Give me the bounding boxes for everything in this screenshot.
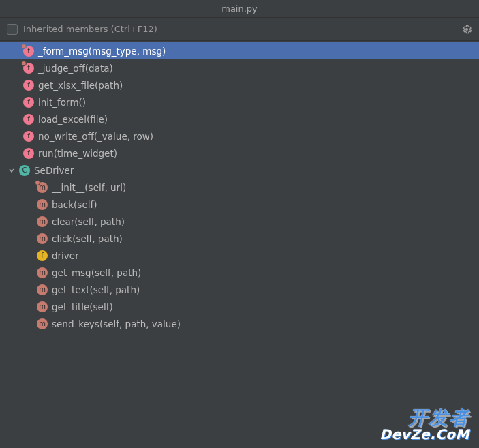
tree-item-label: get_title(self) — [52, 301, 113, 312]
chevron-down-icon[interactable] — [8, 167, 15, 174]
function-icon: f — [23, 46, 34, 57]
tree-row[interactable]: mget_text(self, path) — [0, 281, 479, 298]
tree-item-label: get_xlsx_file(path) — [38, 80, 123, 91]
tree-item-label: get_msg(self, path) — [52, 267, 141, 278]
tree-row[interactable]: fget_xlsx_file(path) — [0, 76, 479, 93]
inherited-checkbox[interactable] — [7, 24, 18, 35]
tree-item-label: init_form() — [38, 97, 86, 108]
tree-item-label: get_text(self, path) — [52, 284, 140, 295]
method-icon: m — [37, 284, 48, 295]
tree-row[interactable]: mget_title(self) — [0, 298, 479, 315]
method-icon: m — [37, 301, 48, 312]
tree-item-label: _form_msg(msg_type, msg) — [38, 46, 166, 57]
tree-row[interactable]: CSeDriver — [0, 162, 479, 179]
tree-row[interactable]: finit_form() — [0, 93, 479, 110]
tree-row[interactable]: f_judge_off(data) — [0, 59, 479, 76]
toolbar: Inherited members (Ctrl+F12) — [0, 18, 479, 41]
structure-tree: f_form_msg(msg_type, msg)f_judge_off(dat… — [0, 41, 479, 333]
field-icon: f — [37, 250, 48, 261]
tree-item-label: driver — [52, 250, 79, 261]
private-indicator-icon — [21, 61, 27, 66]
tree-item-label: back(self) — [52, 199, 97, 210]
tree-item-label: click(self, path) — [52, 233, 123, 244]
method-icon: m — [37, 267, 48, 278]
function-icon: f — [23, 63, 34, 74]
tree-row[interactable]: m__init__(self, url) — [0, 179, 479, 196]
tree-row[interactable]: fdriver — [0, 247, 479, 264]
watermark-en: DevZe.CoM — [380, 428, 469, 441]
class-icon: C — [19, 165, 30, 176]
method-icon: m — [37, 182, 48, 193]
tree-item-label: no_write_off(_value, row) — [38, 131, 153, 142]
tree-item-label: clear(self, path) — [52, 216, 125, 227]
tree-item-label: run(time_widget) — [38, 148, 117, 159]
tree-row[interactable]: mget_msg(self, path) — [0, 264, 479, 281]
watermark: 开发者 DevZe.CoM — [380, 408, 469, 441]
inherited-label: Inherited members (Ctrl+F12) — [23, 24, 157, 34]
method-icon: m — [37, 318, 48, 329]
tree-row[interactable]: mback(self) — [0, 196, 479, 213]
function-icon: f — [23, 97, 34, 108]
tree-item-label: send_keys(self, path, value) — [52, 318, 181, 329]
private-indicator-icon — [21, 44, 27, 49]
tree-row[interactable]: frun(time_widget) — [0, 145, 479, 162]
function-icon: f — [23, 80, 34, 91]
tree-row[interactable]: mclear(self, path) — [0, 213, 479, 230]
title-bar: main.py — [0, 0, 479, 18]
window-title: main.py — [221, 3, 258, 14]
tree-row[interactable]: f_form_msg(msg_type, msg) — [0, 42, 479, 59]
tree-item-label: _judge_off(data) — [38, 63, 113, 74]
tree-row[interactable]: mclick(self, path) — [0, 230, 479, 247]
tree-row[interactable]: msend_keys(self, path, value) — [0, 315, 479, 332]
tree-item-label: SeDriver — [34, 165, 74, 176]
method-icon: m — [37, 199, 48, 210]
method-icon: m — [37, 233, 48, 244]
function-icon: f — [23, 131, 34, 142]
function-icon: f — [23, 148, 34, 159]
private-indicator-icon — [35, 180, 40, 185]
tree-row[interactable]: fno_write_off(_value, row) — [0, 128, 479, 145]
function-icon: f — [23, 114, 34, 125]
tree-row[interactable]: fload_excel(file) — [0, 110, 479, 128]
gear-icon[interactable] — [461, 24, 472, 35]
method-icon: m — [37, 216, 48, 227]
watermark-cn: 开发者 — [380, 408, 469, 428]
tree-item-label: load_excel(file) — [38, 114, 108, 125]
tree-item-label: __init__(self, url) — [52, 182, 126, 193]
